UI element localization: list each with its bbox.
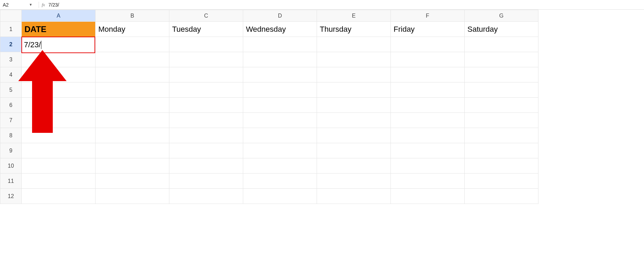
cell-G3[interactable]: [465, 52, 538, 67]
cell-F1[interactable]: Friday: [391, 22, 465, 37]
cell-E6[interactable]: [317, 98, 391, 113]
name-box-dropdown-icon[interactable]: ▼: [29, 3, 36, 7]
cell-A12[interactable]: [22, 189, 96, 204]
row-header-10[interactable]: 10: [0, 158, 22, 174]
cell-B1[interactable]: Monday: [96, 22, 169, 37]
cell-F4[interactable]: [391, 67, 465, 82]
cell-A4[interactable]: [22, 67, 96, 82]
row-header-2[interactable]: 2: [0, 37, 22, 52]
cell-B9[interactable]: [96, 143, 169, 158]
cell-E7[interactable]: [317, 113, 391, 128]
row-header-11[interactable]: 11: [0, 174, 22, 189]
cell-F7[interactable]: [391, 113, 465, 128]
cell-G12[interactable]: [465, 189, 538, 204]
cell-A9[interactable]: [22, 143, 96, 158]
cell-E1[interactable]: Thursday: [317, 22, 391, 37]
cell-G8[interactable]: [465, 128, 538, 143]
cell-E4[interactable]: [317, 67, 391, 82]
cell-editor[interactable]: 7/23/: [21, 37, 95, 53]
cell-G6[interactable]: [465, 98, 538, 113]
row-header-8[interactable]: 8: [0, 128, 22, 143]
cell-A5[interactable]: [22, 82, 96, 98]
cell-G1[interactable]: Saturday: [465, 22, 538, 37]
cell-G4[interactable]: [465, 67, 538, 82]
cell-E2[interactable]: [317, 37, 391, 52]
cell-F3[interactable]: [391, 52, 465, 67]
row-header-12[interactable]: 12: [0, 189, 22, 204]
cell-B3[interactable]: [96, 52, 169, 67]
cell-F2[interactable]: [391, 37, 465, 52]
cell-G5[interactable]: [465, 82, 538, 98]
cell-A7[interactable]: [22, 113, 96, 128]
cell-D8[interactable]: [243, 128, 317, 143]
col-header-F[interactable]: F: [391, 10, 465, 22]
cell-G11[interactable]: [465, 174, 538, 189]
cell-E10[interactable]: [317, 158, 391, 174]
cell-F12[interactable]: [391, 189, 465, 204]
cell-C4[interactable]: [169, 67, 243, 82]
cell-C5[interactable]: [169, 82, 243, 98]
cell-C11[interactable]: [169, 174, 243, 189]
cell-A11[interactable]: [22, 174, 96, 189]
row-header-4[interactable]: 4: [0, 67, 22, 82]
row-header-3[interactable]: 3: [0, 52, 22, 67]
cell-C1[interactable]: Tuesday: [169, 22, 243, 37]
cell-F11[interactable]: [391, 174, 465, 189]
cell-B11[interactable]: [96, 174, 169, 189]
cell-A1[interactable]: DATE: [22, 22, 96, 37]
cell-D4[interactable]: [243, 67, 317, 82]
cell-A10[interactable]: [22, 158, 96, 174]
cell-D9[interactable]: [243, 143, 317, 158]
cell-B6[interactable]: [96, 98, 169, 113]
cell-E3[interactable]: [317, 52, 391, 67]
cell-A3[interactable]: [22, 52, 96, 67]
row-header-9[interactable]: 9: [0, 143, 22, 158]
cell-E9[interactable]: [317, 143, 391, 158]
cell-D5[interactable]: [243, 82, 317, 98]
cell-G10[interactable]: [465, 158, 538, 174]
col-header-C[interactable]: C: [169, 10, 243, 22]
cell-D1[interactable]: Wednesday: [243, 22, 317, 37]
cell-F6[interactable]: [391, 98, 465, 113]
cell-F10[interactable]: [391, 158, 465, 174]
cell-B4[interactable]: [96, 67, 169, 82]
cell-F5[interactable]: [391, 82, 465, 98]
col-header-E[interactable]: E: [317, 10, 391, 22]
row-header-5[interactable]: 5: [0, 82, 22, 98]
cell-B10[interactable]: [96, 158, 169, 174]
cell-B7[interactable]: [96, 113, 169, 128]
cell-C6[interactable]: [169, 98, 243, 113]
row-header-6[interactable]: 6: [0, 98, 22, 113]
cell-B5[interactable]: [96, 82, 169, 98]
cell-B8[interactable]: [96, 128, 169, 143]
cell-D2[interactable]: [243, 37, 317, 52]
cell-A6[interactable]: [22, 98, 96, 113]
cell-E8[interactable]: [317, 128, 391, 143]
row-header-1[interactable]: 1: [0, 22, 22, 37]
cell-C7[interactable]: [169, 113, 243, 128]
cell-E5[interactable]: [317, 82, 391, 98]
name-box[interactable]: A2: [2, 2, 29, 8]
cell-E11[interactable]: [317, 174, 391, 189]
cell-G7[interactable]: [465, 113, 538, 128]
select-all-corner[interactable]: [0, 10, 22, 22]
cell-D3[interactable]: [243, 52, 317, 67]
col-header-G[interactable]: G: [465, 10, 538, 22]
cell-D12[interactable]: [243, 189, 317, 204]
formula-bar-input[interactable]: [48, 2, 644, 8]
cell-B12[interactable]: [96, 189, 169, 204]
cell-B2[interactable]: [96, 37, 169, 52]
cell-E12[interactable]: [317, 189, 391, 204]
cell-C2[interactable]: [169, 37, 243, 52]
cell-G9[interactable]: [465, 143, 538, 158]
col-header-D[interactable]: D: [243, 10, 317, 22]
cell-A8[interactable]: [22, 128, 96, 143]
col-header-A[interactable]: A: [22, 10, 96, 22]
cell-D10[interactable]: [243, 158, 317, 174]
cell-F8[interactable]: [391, 128, 465, 143]
cell-D6[interactable]: [243, 98, 317, 113]
cell-C12[interactable]: [169, 189, 243, 204]
cell-C10[interactable]: [169, 158, 243, 174]
col-header-B[interactable]: B: [96, 10, 169, 22]
cell-G2[interactable]: [465, 37, 538, 52]
